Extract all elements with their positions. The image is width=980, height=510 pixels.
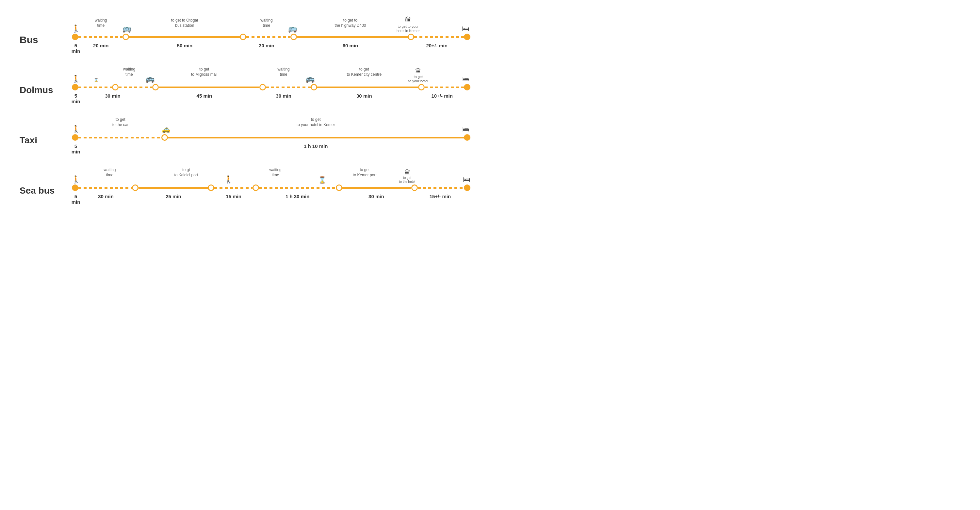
node-open-1: [123, 33, 129, 40]
dnode-open-2: [259, 84, 266, 91]
bus-time-1: 5 min: [72, 43, 80, 54]
dconnector-dashed-1: [78, 87, 112, 88]
dolmus-time-6: 10+/- min: [431, 93, 452, 99]
seabus-time-3: 25 min: [165, 194, 181, 199]
dolmus-time-4: 30 min: [276, 93, 291, 99]
node-open-3: [290, 33, 297, 40]
bus-icon-d1: 🚌: [146, 75, 154, 83]
node-filled-1: [72, 33, 78, 40]
sconnector-solid-2: [342, 187, 411, 189]
dnode-open-0: [112, 84, 119, 91]
dnode-open-4: [418, 84, 425, 91]
bus-icon-1: 🚌: [123, 24, 131, 33]
dolmus-time-2: 30 min: [105, 93, 121, 99]
hourglass-icon-1: ⌛: [80, 78, 113, 83]
bus-timeline: 🚶 waitingtime 🚌 to get to Otogarbus stat…: [72, 16, 470, 54]
seabus-label: Sea bus: [20, 167, 72, 196]
hotel-kemer-taxi-label: to getto your hotel in Kemer: [170, 117, 461, 127]
bus-icon-d2: 🚌: [306, 75, 315, 83]
to-the-car-label: to getto the car: [80, 117, 161, 127]
walk-icon-s2: 🚶: [224, 175, 233, 184]
bed-icon-t: 🛏: [462, 125, 469, 133]
taxi-label: Taxi: [20, 117, 72, 146]
migross-label: to getto Migross mall: [155, 67, 254, 77]
building-icon-d1: 🏛: [415, 68, 421, 75]
building-icon-s: 🏛: [404, 169, 410, 176]
walk-icon-t: 🚶: [72, 125, 80, 133]
dconnector-dashed-2: [266, 87, 311, 88]
kaleici-label: to gtto Kaleici port: [148, 167, 225, 178]
snode-filled-2: [464, 184, 470, 191]
otogar-label: to get to Otogarbus station: [132, 18, 237, 28]
sconnector-dashed-2: [214, 187, 253, 189]
bed-icon-d1: 🛏: [462, 75, 469, 83]
connector-solid-1: [129, 36, 239, 38]
taxi-route: Taxi 🚶 to getto the car 🚕 to getto your …: [20, 117, 470, 154]
tnode-filled-1: [72, 134, 78, 141]
dolmus-time-5: 30 min: [356, 93, 372, 99]
taxi-timeline: 🚶 to getto the car 🚕 to getto your hotel…: [72, 117, 470, 154]
sconnector-dashed-3: [259, 187, 336, 189]
walk-icon-1: 🚶: [72, 24, 80, 33]
dolmus-line: [72, 84, 470, 91]
taxi-time-2: 1 h 10 min: [304, 143, 328, 149]
sconnector-dashed-1: [78, 187, 132, 189]
bed-icon-1: 🛏: [462, 24, 469, 33]
snode-open-1: [132, 184, 138, 191]
bus-time-4: 30 min: [259, 43, 274, 48]
dolmus-time-3: 45 min: [197, 93, 212, 99]
bus-time-5: 60 min: [343, 43, 358, 48]
tconnector-solid-1: [168, 137, 464, 138]
sconnector-solid-1: [138, 187, 207, 189]
bus-label: Bus: [20, 16, 72, 45]
walk-icon-2: 🚶: [72, 75, 80, 83]
dnode-open-3: [311, 84, 317, 91]
bus-time-2: 20 min: [93, 43, 109, 48]
building-icon-1: 🏛: [405, 16, 411, 24]
kemer-port-label: to getto Kemer port: [326, 167, 403, 178]
dnode-open-1: [152, 84, 159, 91]
tnode-filled-2: [464, 134, 470, 141]
snode-open-4: [336, 184, 342, 191]
bus-time-3: 50 min: [177, 43, 193, 48]
snode-open-5: [411, 184, 418, 191]
connector-solid-2: [297, 36, 407, 38]
dconnector-dashed-3: [425, 87, 464, 88]
bus-line: [72, 33, 470, 40]
snode-open-3: [253, 184, 259, 191]
sconnector-dashed-4: [418, 187, 464, 189]
dconnector-solid-2: [317, 87, 418, 88]
highway-label: to get tothe highway D400: [298, 18, 403, 28]
dolmus-label: Dolmus: [20, 67, 72, 95]
dolmus-timeline: 🚶 ⌛ waitingtime 🚌 to getto Migross mall …: [72, 67, 470, 104]
dolmus-route: Dolmus 🚶 ⌛ waitingtime 🚌 to getto Migros…: [20, 67, 470, 104]
taxi-icon: 🚕: [161, 125, 170, 133]
hourglass-icon-s: ⌛: [318, 176, 326, 184]
node-open-4: [408, 33, 414, 40]
seabus-route: Sea bus 🚶 waitingtime to gtto Kaleici po…: [20, 167, 470, 205]
connector-dashed-1: [78, 36, 123, 38]
snode-open-2: [208, 184, 214, 191]
node-open-2: [240, 33, 246, 40]
tconnector-dashed-1: [78, 137, 161, 138]
dconnector-dashed-1b: [119, 87, 152, 88]
taxi-time-1: 5 min: [72, 143, 80, 154]
dnode-filled-2: [464, 84, 470, 91]
connector-dashed-3: [414, 36, 464, 38]
node-filled-2: [464, 33, 470, 40]
waiting-label-d2: waitingtime: [262, 67, 306, 77]
waiting-label-s1: waitingtime: [80, 167, 140, 178]
connector-dashed-2: [246, 36, 290, 38]
tnode-open-1: [161, 134, 168, 141]
waiting-label-1: waitingtime: [80, 18, 122, 28]
seabus-line: [72, 184, 470, 191]
seabus-time-5: 1 h 30 min: [285, 194, 309, 199]
snode-filled-1: [72, 184, 78, 191]
walk-icon-s1: 🚶: [72, 175, 80, 184]
kemer-centre-label: to getto Kemer city centre: [315, 67, 414, 77]
bus-time-6: 20+/- min: [426, 43, 447, 48]
seabus-time-4: 15 min: [226, 194, 242, 199]
dolmus-time-1: 5 min: [72, 93, 80, 104]
waiting-label-2: waitingtime: [245, 18, 288, 28]
bus-icon-2: 🚌: [288, 24, 297, 33]
